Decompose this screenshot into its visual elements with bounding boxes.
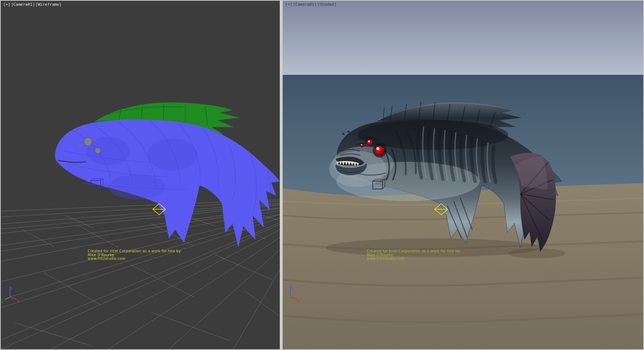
axis-x-label: x <box>17 299 19 303</box>
axis-x-label: x <box>298 299 300 303</box>
viewport-shaded[interactable]: z x y [+] [Camera01] [Shaded] Created fo… <box>283 1 643 349</box>
watermark-line1: Created for Intel Corporation as a work … <box>367 249 461 253</box>
axis-y-label: y <box>283 300 286 303</box>
viewport-pov-menu[interactable]: [Camera01] <box>293 2 317 7</box>
axis-y-label: y <box>1 300 4 303</box>
wireframe-canvas[interactable]: z x y <box>1 1 280 349</box>
viewport-general-menu[interactable]: [+] <box>3 2 10 7</box>
fish-eye-left-a <box>84 137 92 146</box>
shaded-canvas[interactable]: z x y <box>283 1 643 349</box>
viewport-label-wireframe: [+] [Camera01] [Wireframe] <box>3 2 62 7</box>
watermark-line1: Created for Intel Corporation as a work … <box>88 249 182 253</box>
axis-z-label: z <box>11 287 13 290</box>
watermark: Created for Intel Corporation as a work … <box>88 249 182 261</box>
fish-eye-small <box>360 144 364 147</box>
fish-eye-large <box>375 146 385 156</box>
viewport-general-menu[interactable]: [+] <box>285 2 292 7</box>
fish-eye-medium <box>367 140 373 146</box>
viewport-pov-menu[interactable]: [Camera01] <box>11 2 35 7</box>
viewport-layout: z x y [+] [Camera01] [Wireframe] Created… <box>0 0 644 350</box>
viewport-shading-menu[interactable]: [Wireframe] <box>35 2 62 7</box>
viewport-wireframe[interactable]: z x y [+] [Camera01] [Wireframe] Created… <box>1 1 280 349</box>
fish-eye-left-b <box>95 148 101 154</box>
axis-z-label: z <box>291 287 293 290</box>
viewport-shading-menu[interactable]: [Shaded] <box>317 2 336 7</box>
sky <box>283 1 643 75</box>
watermark: Created for Intel Corporation as a work … <box>367 249 461 261</box>
watermark-line3: www.fritzstudio.com <box>367 257 461 261</box>
viewport-label-shaded: [+] [Camera01] [Shaded] <box>285 2 336 7</box>
watermark-line3: www.fritzstudio.com <box>88 257 182 261</box>
